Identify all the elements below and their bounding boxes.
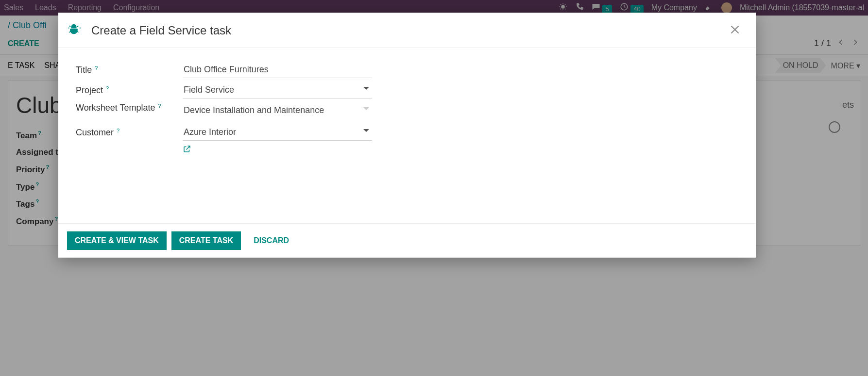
field-label-project: Project [76,85,103,96]
create-task-button[interactable]: CREATE TASK [171,231,241,250]
chevron-down-icon[interactable] [363,107,369,110]
create-task-modal: Create a Field Service task Title? Proje… [58,13,756,258]
field-label-title: Title [76,65,92,75]
project-field[interactable] [183,82,372,98]
field-label-customer: Customer [76,128,114,138]
close-icon[interactable] [729,23,741,38]
create-view-task-button[interactable]: CREATE & VIEW TASK [67,231,167,250]
field-label-worksheet: Worksheet Template [76,102,155,114]
title-field[interactable] [183,62,372,78]
discard-button[interactable]: DISCARD [246,231,297,250]
chevron-down-icon[interactable] [363,87,369,90]
bug-icon [67,22,81,39]
worksheet-field[interactable] [183,102,372,118]
modal-title: Create a Field Service task [91,24,231,37]
external-link-icon[interactable] [183,145,191,156]
customer-field[interactable] [183,124,372,141]
chevron-down-icon[interactable] [363,129,369,132]
